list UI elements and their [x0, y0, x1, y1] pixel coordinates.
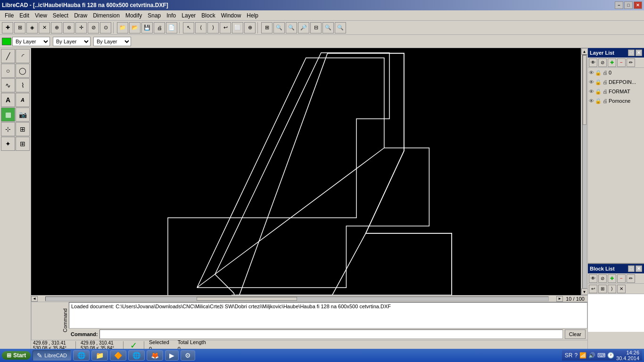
dimension-tool[interactable]: ⊞ [16, 122, 30, 136]
color-dropdown[interactable]: By Layer [2, 37, 50, 46]
grid-button[interactable]: ⊞ [261, 22, 272, 33]
save-button[interactable]: 💾 [141, 22, 153, 33]
block-close-btn[interactable]: ✕ [636, 265, 642, 272]
linewidth-dropdown[interactable]: By Layer [93, 37, 131, 46]
block-btn1[interactable]: ↩ [589, 285, 597, 293]
freehand-tool[interactable]: ∿ [1, 78, 15, 92]
add-button[interactable]: ⊕ [244, 22, 256, 33]
misc-tool1[interactable]: ✦ [1, 137, 15, 151]
maximize-button[interactable]: □ [624, 1, 633, 9]
menu-block[interactable]: Block [198, 11, 218, 20]
layer-add-btn[interactable]: ✚ [608, 58, 616, 67]
color-select[interactable]: By Layer [12, 37, 50, 46]
menu-edit[interactable]: Edit [17, 11, 32, 20]
snap-grid-button[interactable]: ⊞ [14, 22, 25, 33]
taskbar-app-ie[interactable]: 🌐 [73, 350, 90, 361]
hscroll-left[interactable]: ◄ [31, 296, 38, 302]
snap-intersection-button[interactable]: ✕ [39, 22, 50, 33]
block-btn4[interactable]: ✕ [617, 285, 626, 293]
zoom-sel-button[interactable]: 🔍 [335, 22, 346, 33]
nav2-button[interactable]: ⟩ [207, 22, 219, 33]
snap-button4[interactable]: ⊘ [88, 22, 99, 33]
line-tool[interactable]: ╱ [1, 49, 15, 63]
taskbar-app-librecad[interactable]: ✎ LibreCAD [33, 350, 71, 361]
block-btn2[interactable]: ⊞ [598, 285, 607, 293]
horizontal-scrollbar[interactable]: ◄ ► 10 / 100 [31, 295, 587, 302]
hscroll-right[interactable]: ► [556, 296, 563, 302]
circle-tool[interactable]: ○ [1, 64, 15, 78]
layer-item-defpoin[interactable]: 👁 🔒 🖨 DEFPOIN... [588, 77, 644, 87]
minimize-button[interactable]: − [615, 1, 623, 9]
drawing-canvas-area[interactable] [31, 48, 581, 295]
snap-midpoint-button[interactable]: ⊕ [51, 22, 62, 33]
zoom-fit-button[interactable]: 🔎 [298, 22, 309, 33]
block-add-btn[interactable]: ✚ [608, 274, 616, 283]
camera-tool[interactable]: 📷 [16, 107, 30, 122]
vscroll-thumb[interactable] [583, 55, 586, 125]
block-visible-btn[interactable]: 👁 [589, 274, 597, 283]
snap-button3[interactable]: ✛ [75, 22, 87, 33]
snap-endpoint-button[interactable]: ◈ [26, 22, 38, 33]
vscroll-up[interactable]: ▲ [581, 48, 588, 55]
menu-help[interactable]: Help [244, 11, 261, 20]
hscroll-track[interactable] [45, 296, 549, 301]
menu-window[interactable]: Window [218, 11, 244, 20]
taskbar-app-cone[interactable]: 🔶 [110, 350, 126, 361]
menu-select[interactable]: Select [50, 11, 71, 20]
menu-info[interactable]: Info [164, 11, 179, 20]
vscroll-track[interactable] [582, 55, 587, 288]
spline-tool[interactable]: ⌇ [16, 78, 30, 92]
layer-edit-btn[interactable]: ✏ [627, 58, 635, 67]
ellipse-tool[interactable]: ◯ [16, 64, 30, 78]
layer-item-format[interactable]: 👁 🔒 🖨 FORMAT [588, 87, 644, 96]
command-input[interactable] [99, 329, 562, 339]
menu-layer[interactable]: Layer [179, 11, 198, 20]
misc-tool2[interactable]: ⊞ [16, 137, 30, 151]
menu-snap[interactable]: Snap [145, 11, 164, 20]
layer-hide-btn[interactable]: ⊘ [598, 58, 607, 67]
print2-button[interactable]: 📄 [166, 22, 177, 33]
vertical-scrollbar[interactable]: ▲ ▼ [581, 48, 587, 295]
linetype-dropdown[interactable]: By Layer [53, 37, 91, 46]
move-button[interactable]: ↩ [220, 22, 231, 33]
textb-tool[interactable]: A [16, 93, 30, 107]
snap-button5[interactable]: ⊙ [100, 22, 111, 33]
layer-close-btn[interactable]: ✕ [636, 49, 642, 56]
layer-restore-btn[interactable]: □ [628, 49, 635, 56]
layer-remove-btn[interactable]: − [617, 58, 626, 67]
nav1-button[interactable]: ⟨ [195, 22, 206, 33]
hatch-tool[interactable]: ▦ [1, 107, 15, 122]
zoom-prev-button[interactable]: ⊟ [310, 22, 322, 33]
block-restore-btn[interactable]: □ [628, 265, 635, 272]
taskbar-app-firefox[interactable]: 🦊 [147, 350, 163, 361]
print-button[interactable]: 🖨 [154, 22, 165, 33]
open2-button[interactable]: 📂 [129, 22, 140, 33]
layer-item-pomocne[interactable]: 👁 🔒 🖨 Pomocne [588, 96, 644, 106]
zoom-out-button[interactable]: 🔍 [286, 22, 297, 33]
clear-button[interactable]: Clear [565, 329, 586, 339]
start-button[interactable]: ⊞ Start [2, 351, 31, 360]
menu-file[interactable]: File [2, 11, 17, 20]
taskbar-app-chrome[interactable]: 🌐 [128, 350, 145, 361]
open-button[interactable]: 📁 [117, 22, 128, 33]
menu-view[interactable]: View [32, 11, 50, 20]
taskbar-app-cam[interactable]: ⚙ [181, 350, 195, 361]
layer-item-0[interactable]: 👁 🔒 🖨 0 [588, 68, 644, 77]
menu-modify[interactable]: Modify [123, 11, 145, 20]
zoom-in-button[interactable]: 🔍 [273, 22, 285, 33]
pan-button[interactable]: ⬜ [232, 22, 243, 33]
block-hide-btn[interactable]: ⊘ [598, 274, 607, 283]
select-button[interactable]: ↖ [183, 22, 194, 33]
block-edit-btn[interactable]: ✏ [627, 274, 635, 283]
close-button[interactable]: ✕ [634, 1, 642, 9]
taskbar-app-explorer[interactable]: 📁 [91, 350, 108, 361]
measure-tool[interactable]: ⊹ [1, 122, 15, 136]
text-tool[interactable]: A [1, 93, 15, 107]
vscroll-down[interactable]: ▼ [581, 288, 588, 295]
hscroll-thumb[interactable] [197, 297, 297, 301]
menu-draw[interactable]: Draw [71, 11, 90, 20]
menu-dimension[interactable]: Dimension [90, 11, 123, 20]
linewidth-select[interactable]: By Layer [93, 37, 131, 46]
layer-visible-btn[interactable]: 👁 [589, 58, 597, 67]
new-button[interactable]: ✚ [2, 22, 13, 33]
